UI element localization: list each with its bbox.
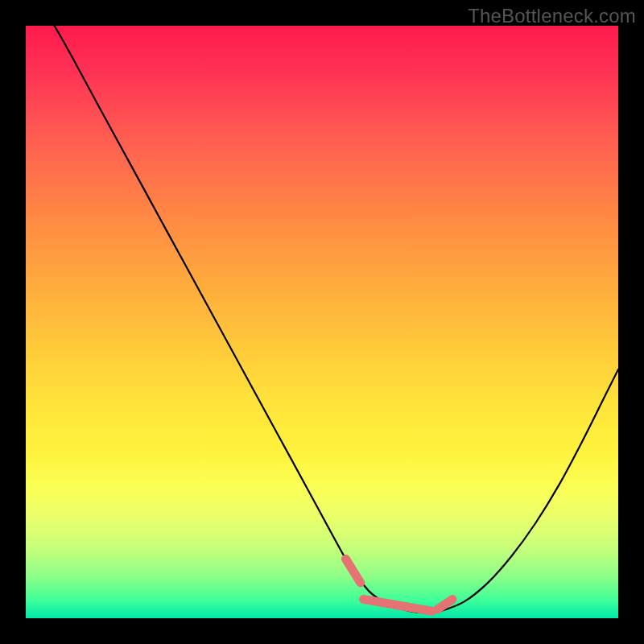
watermark-text: TheBottleneck.com	[468, 5, 636, 27]
highlight-segment	[345, 559, 360, 582]
chart-svg	[26, 26, 618, 618]
chart-plot-area	[26, 26, 618, 618]
bottleneck-curve-line	[26, 26, 618, 613]
highlight-segment	[364, 599, 432, 611]
curve-highlight-segments	[345, 559, 452, 611]
